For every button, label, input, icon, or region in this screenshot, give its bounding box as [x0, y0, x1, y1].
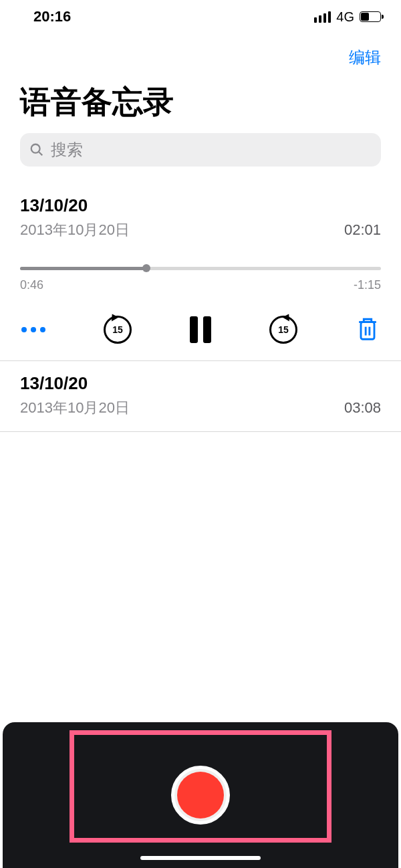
search-placeholder: 搜索 [51, 139, 83, 160]
recording-duration: 03:08 [344, 399, 381, 417]
status-time: 20:16 [33, 8, 71, 25]
time-labels: 0:46 -1:15 [20, 278, 381, 292]
recording-duration: 02:01 [344, 221, 381, 239]
nav-bar: 编辑 [0, 33, 401, 75]
record-icon [177, 772, 224, 819]
pause-icon [190, 316, 211, 343]
home-indicator[interactable] [140, 856, 261, 860]
recordings-list: 13/10/20 2013年10月20日 02:01 0:46 -1:15 15 [0, 183, 401, 432]
recording-item[interactable]: 13/10/20 2013年10月20日 02:01 0:46 -1:15 15 [0, 183, 401, 361]
battery-icon [360, 11, 381, 22]
record-button[interactable] [171, 766, 230, 825]
skip-forward-15-button[interactable]: 15 [269, 316, 297, 344]
signal-icon [314, 11, 331, 23]
page-title: 语音备忘录 [0, 75, 401, 133]
svg-line-1 [39, 152, 42, 155]
recording-date: 2013年10月20日 [20, 220, 130, 240]
scrubber-knob[interactable] [142, 264, 150, 272]
edit-button[interactable]: 编辑 [349, 47, 381, 68]
recording-date: 2013年10月20日 [20, 398, 130, 418]
status-right: 4G [314, 9, 381, 25]
skip-forward-icon: 15 [269, 316, 297, 344]
playback-controls: 15 15 [20, 316, 381, 347]
more-button[interactable] [21, 327, 45, 332]
remaining-time: -1:15 [354, 278, 381, 292]
svg-rect-2 [361, 322, 374, 340]
recording-title: 13/10/20 [20, 195, 381, 216]
recording-item[interactable]: 13/10/20 2013年10月20日 03:08 [0, 361, 401, 432]
search-input[interactable]: 搜索 [20, 133, 381, 167]
delete-button[interactable] [356, 316, 380, 343]
pause-button[interactable] [190, 316, 211, 343]
ellipsis-icon [21, 327, 45, 332]
search-icon [29, 142, 44, 157]
svg-point-0 [31, 144, 40, 153]
recording-title: 13/10/20 [20, 373, 381, 394]
playback-scrubber[interactable] [20, 263, 381, 273]
record-bar [3, 722, 398, 868]
network-label: 4G [336, 9, 354, 25]
skip-back-icon: 15 [104, 316, 132, 344]
trash-icon [356, 316, 380, 343]
status-bar: 20:16 4G [0, 0, 401, 33]
skip-back-15-button[interactable]: 15 [104, 316, 132, 344]
elapsed-time: 0:46 [20, 278, 43, 292]
